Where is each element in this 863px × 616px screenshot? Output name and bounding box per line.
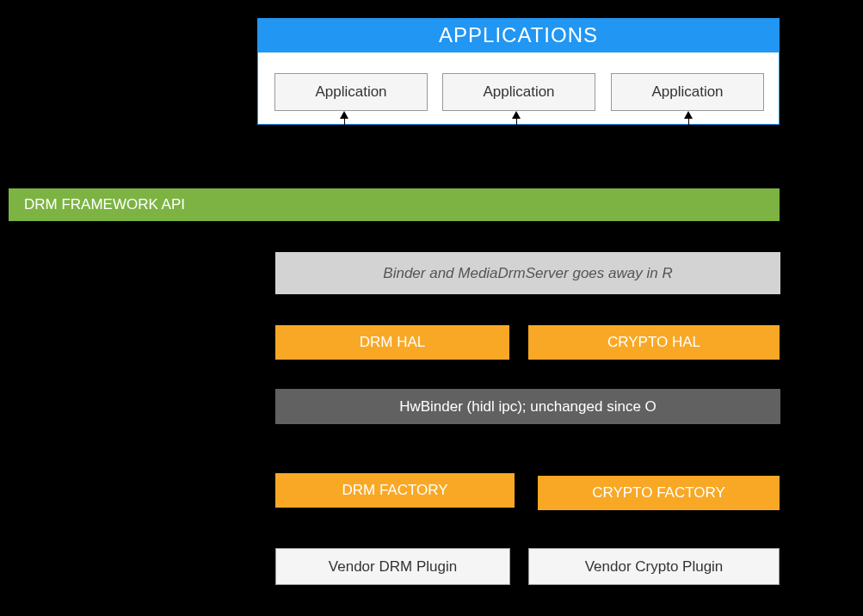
application-box-2: Application [442, 73, 595, 111]
application-box-3: Application [611, 73, 764, 111]
drm-framework-api-bar: DRM FRAMEWORK API [9, 188, 780, 221]
arrow-line [344, 117, 345, 184]
hwbinder-box: HwBinder (hidl ipc); unchanged since O [275, 389, 780, 424]
application-box-1: Application [274, 73, 428, 111]
arrow-line [392, 360, 393, 383]
vendor-crypto-plugin-box: Vendor Crypto Plugin [528, 548, 780, 585]
crypto-hal-box: CRYPTO HAL [528, 325, 780, 360]
dashed-line [392, 508, 393, 542]
drm-factory-box: DRM FACTORY [275, 473, 515, 508]
arrow-line [688, 117, 689, 184]
crypto-factory-box: CRYPTO FACTORY [538, 476, 780, 510]
vendor-drm-plugin-box: Vendor DRM Plugin [275, 548, 510, 585]
dashed-line [654, 510, 655, 542]
binder-note-box: Binder and MediaDrmServer goes away in R [275, 252, 780, 294]
arrow-line [392, 424, 393, 467]
arrow-line [516, 117, 517, 184]
arrow-line [654, 424, 655, 467]
drm-hal-box: DRM HAL [275, 325, 509, 360]
arrow-line [654, 360, 655, 383]
applications-header: APPLICATIONS [257, 18, 780, 52]
arrow-down-icon [650, 467, 658, 475]
